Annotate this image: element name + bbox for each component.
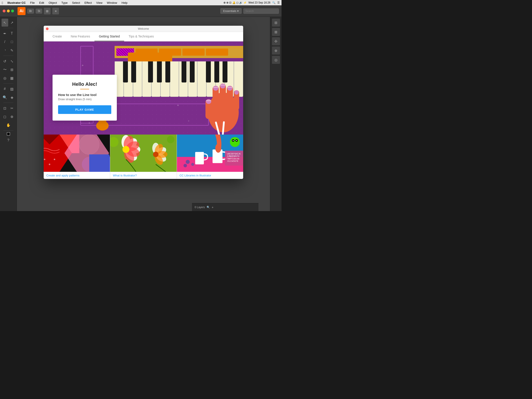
svg-point-57 [191,163,194,166]
blend-tool[interactable]: ◈ [9,93,15,101]
svg-point-58 [183,164,187,167]
main-area: ↖ ↗ ✒ T / □ 𝄾 ✎ ↺ ⤡ 〜 ⊞ ◎ ▦ # [0,17,282,211]
pen-tool[interactable]: ✒ [1,30,8,38]
status-icons: ⊕ ⊗ ⊡ 🔔 ◻ 🔊 ⚡ [223,1,247,4]
selection-tool[interactable]: ↖ [1,19,8,27]
search-icon[interactable]: 🔍 [272,1,276,4]
menu-view[interactable]: View [95,1,103,4]
grid-item-libraries[interactable]: ABCDEFGHIJK LMNOPQRSTU VWXYZabcde 012345… [177,134,243,179]
hand-tool[interactable]: ✋ [4,121,13,129]
gradient-tool[interactable]: ▨ [9,85,15,93]
scale-tool[interactable]: ⤡ [9,57,15,65]
svg-point-59 [230,137,240,147]
sort-icon[interactable]: ≡ [52,8,59,14]
close-button[interactable] [3,10,6,13]
essentials-dropdown[interactable]: Essentials ▾ [220,8,242,14]
menu-window[interactable]: Window [106,1,118,4]
svg-rect-13 [220,85,225,86]
dialog-close-button[interactable] [46,27,49,30]
svg-rect-7 [213,86,218,91]
right-panel-btn-2[interactable]: ⊠ [272,28,280,36]
menu-edit[interactable]: Edit [38,1,45,4]
symbol-tool[interactable]: ◎ [1,74,8,82]
black-key-6 [182,61,186,82]
grid-item-illustrator[interactable]: What is Illustrator? [110,134,177,179]
svg-marker-29 [89,154,110,172]
free-transform-tool[interactable]: ⊞ [9,66,15,74]
menu-object[interactable]: Object [48,1,58,4]
minimize-button[interactable] [7,10,10,13]
menu-select[interactable]: Select [71,1,81,4]
eraser-tool[interactable]: ◻ [1,113,8,120]
menu-help[interactable]: Help [120,1,128,4]
menu-icon[interactable]: ☰ [277,1,280,4]
add-layer-icon[interactable]: + [212,205,214,209]
tool-divider-5 [3,130,13,131]
fill-stroke[interactable] [4,132,13,136]
svg-text:VWXYZabcde: VWXYZabcde [228,158,239,160]
tab-create[interactable]: Create [48,32,66,41]
grid-label-patterns: Create and apply patterns [44,172,110,179]
right-panel-btn-1[interactable]: ⊞ [272,19,280,27]
svg-point-56 [186,160,190,164]
right-panel-btn-3[interactable]: ✣ [272,37,280,45]
play-game-button[interactable]: PLAY GAME [58,105,111,114]
tools-panel: ↖ ↗ ✒ T / □ 𝄾 ✎ ↺ ⤡ 〜 ⊞ ◎ ▦ # [0,17,17,211]
eyedropper-tool[interactable]: 🔍 [1,93,8,101]
apple-logo[interactable]:  [2,1,3,5]
piano-btn-3 [183,49,205,56]
dialog-tabs: Create New Features Getting Started Tips… [44,32,243,41]
grid-item-patterns[interactable]: Create and apply patterns [44,134,110,179]
chevron-down-icon: ▾ [237,9,239,13]
menu-type[interactable]: Type [61,1,69,4]
svg-rect-6 [206,99,211,104]
line-tool[interactable]: / [1,38,8,46]
menu-effect[interactable]: Effect [83,1,93,4]
mesh-tool[interactable]: # [1,85,8,93]
rotate-tool[interactable]: ↺ [1,57,8,65]
black-key-8 [206,61,211,82]
piano-btn-4 [206,49,228,56]
scissors-tool[interactable]: ✂ [9,104,15,112]
direct-select-tool[interactable]: ↗ [9,19,15,27]
type-tool[interactable]: T [9,30,15,38]
question-tool[interactable]: ? [4,136,13,144]
grid-label-illustrator: What is Illustrator? [110,172,177,179]
warp-tool[interactable]: 〜 [1,66,8,74]
menu-file[interactable]: File [29,1,36,4]
pencil-tool[interactable]: ✎ [9,46,15,54]
bridge-button[interactable]: Br [27,9,34,13]
search-layers-icon[interactable]: 🔍 [207,206,210,209]
svg-text:012345678: 012345678 [228,160,238,162]
app-logo: Ai [18,7,25,15]
svg-text:LMNOPQRSTU: LMNOPQRSTU [228,155,239,157]
column-graph-tool[interactable]: ▦ [9,74,15,82]
tool-divider [3,28,13,28]
maximize-button[interactable] [11,10,14,13]
svg-point-42 [123,146,129,153]
black-key-9 [214,61,219,82]
content-grid: Create and apply patterns [44,134,243,179]
right-panel-btn-4[interactable]: ⊕ [272,47,280,55]
greeting-text: Hello Alec! [58,81,111,87]
svg-rect-14 [227,87,233,88]
black-key-3 [148,61,153,82]
tab-new-features[interactable]: New Features [66,32,95,41]
clock: Wed 23 Sep 16:26 [248,1,270,4]
stock-button[interactable]: St [36,9,42,13]
black-key-1 [123,61,128,82]
black-key-7 [190,61,195,82]
tab-tips[interactable]: Tips & Techniques [124,32,158,41]
tab-getting-started[interactable]: Getting Started [95,32,124,41]
svg-point-31 [49,164,50,165]
workspace-icon[interactable]: ⊞ [44,8,51,14]
paintbrush-tool[interactable]: 𝄾 [1,46,8,54]
artboard-tool[interactable]: ⊡ [1,104,8,112]
search-input[interactable] [243,8,279,14]
thumbnail-libraries: ABCDEFGHIJK LMNOPQRSTU VWXYZabcde 012345… [177,134,243,172]
zoom-tool[interactable]: ⊕ [9,113,15,120]
rect-tool[interactable]: □ [9,38,15,46]
white-key-7 [170,61,179,97]
right-panel-btn-5[interactable]: ◎ [272,56,280,64]
welcome-dialog: Welcome Create New Features Getting Star… [44,26,243,179]
